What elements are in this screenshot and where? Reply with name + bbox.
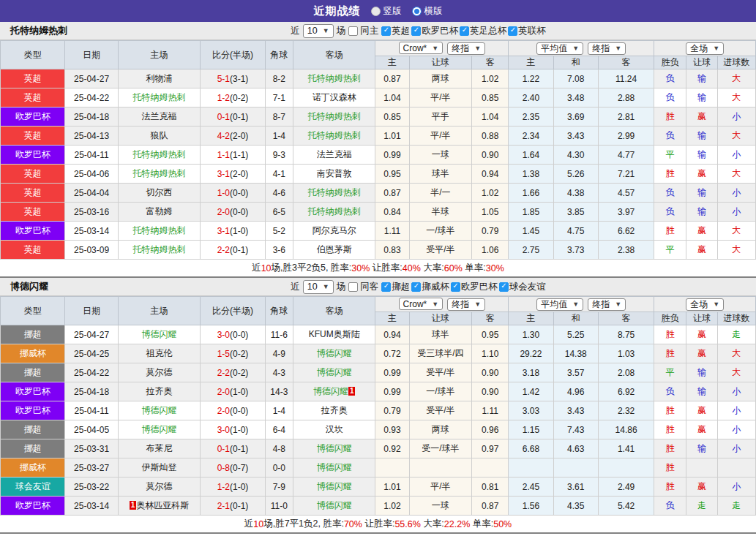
same-venue-checkbox[interactable]: 同客 <box>348 281 378 293</box>
result-outcome: 负 <box>654 497 686 516</box>
summary-segment: 40% <box>403 263 421 273</box>
away-team: 托特纳姆热刺 <box>308 73 361 83</box>
league-filter-checkbox[interactable]: 球会友谊 <box>499 281 546 293</box>
avg-away: 5.42 <box>598 497 654 516</box>
match-date: 25-03-14 <box>65 497 118 516</box>
match-row: 挪威杯 25-04-25 祖克伦 1-5(0-2) 4-9 博德闪耀 0.72 … <box>1 344 756 363</box>
half-time-score: (0-2) <box>230 349 248 359</box>
avg-draw: 5.25 <box>553 325 598 344</box>
league-filter-checkbox[interactable]: 欧罗巴杯 <box>411 25 458 37</box>
chevron-down-icon: ▼ <box>615 301 621 308</box>
matches-table: 类型 日期 主场 比分(半场) 角球 客场 Crow*▼终指▼ 平均值▼终指▼ … <box>0 296 756 516</box>
filter-bar: 近 10▼ 场 同客 挪超挪威杯欧罗巴杯球会友谊 <box>291 280 545 294</box>
league-filters: 英超欧罗巴杯英足总杯英联杯 <box>381 25 546 37</box>
league-filter-checkbox[interactable]: 挪威杯 <box>411 281 449 293</box>
games-count-select[interactable]: 10▼ <box>303 24 334 38</box>
odds-source-select[interactable]: Crow*▼ <box>399 42 444 54</box>
same-venue-label: 同主 <box>360 25 378 37</box>
full-time-score: 0-8 <box>217 463 230 473</box>
result-goals: 走 <box>717 497 755 516</box>
avg-away: 8.75 <box>598 325 654 344</box>
layout-radio-vertical[interactable]: 竖版 <box>371 5 402 18</box>
avg-group-header: 平均值▼终指▼ <box>509 297 654 312</box>
corner-score: 4-1 <box>265 165 293 184</box>
games-count-select[interactable]: 10▼ <box>303 280 334 294</box>
odds-source-value: Crow* <box>403 299 427 309</box>
home-team: 托特纳姆热刺 <box>133 244 186 254</box>
odds-final-select[interactable]: 终指▼ <box>447 42 485 55</box>
league-filter-checkbox[interactable]: 英足总杯 <box>460 25 506 37</box>
league-filter-checkbox[interactable]: 英联杯 <box>508 25 546 37</box>
odds-source-value: Crow* <box>403 43 427 53</box>
scope-group-header: 全场▼ <box>654 297 756 312</box>
league-filter-label: 欧罗巴杯 <box>422 25 458 37</box>
avg-select[interactable]: 平均值▼ <box>536 42 583 55</box>
odds-away: 1.11 <box>472 401 509 420</box>
subcol-header: 和 <box>553 312 598 325</box>
summary-segment: 22.2% <box>444 519 470 529</box>
full-time-score: 3-1 <box>217 226 230 236</box>
match-row: 挪超 25-03-31 布莱尼 0-1(0-1) 4-8 博德闪耀 0.92 受… <box>1 439 756 458</box>
home-team: 托特纳姆热刺 <box>133 92 186 102</box>
odds-source-select[interactable]: Crow*▼ <box>399 298 444 310</box>
corner-score: 4-8 <box>265 439 293 458</box>
league-badge: 英超 <box>1 165 65 184</box>
odds-handicap: 受平/半 <box>409 363 471 382</box>
avg-draw: 3.43 <box>553 401 598 420</box>
match-row: 挪超 25-04-22 莫尔德 2-2(0-2) 4-3 博德闪耀 0.99 受… <box>1 363 756 382</box>
full-time-score: 1-5 <box>217 349 230 359</box>
league-filter-checkbox[interactable]: 英超 <box>381 25 410 37</box>
odds-home: 0.99 <box>375 382 409 401</box>
layout-radio-horizontal[interactable]: 横版 <box>412 5 443 18</box>
home-team-cell: 法兰克福 <box>118 107 201 127</box>
league-filter-checkbox[interactable]: 挪超 <box>381 281 410 293</box>
chevron-down-icon: ▼ <box>572 301 579 308</box>
half-time-score: (0-2) <box>230 368 248 378</box>
match-row: 欧罗巴杯 25-04-18 法兰克福 0-1(0-1) 8-7 托特纳姆热刺 0… <box>1 107 756 127</box>
odds-home: 1.04 <box>375 88 409 107</box>
scope-select[interactable]: 全场▼ <box>686 42 724 55</box>
avg-select[interactable]: 平均值▼ <box>536 298 583 311</box>
scope-select[interactable]: 全场▼ <box>686 298 724 311</box>
corner-score: 6-5 <box>265 203 293 222</box>
games-count-value: 10 <box>307 282 318 292</box>
home-team-cell: 博德闪耀 <box>118 401 201 420</box>
match-date: 25-04-06 <box>65 165 118 184</box>
subcol-header: 主 <box>509 56 553 69</box>
result-handicap: 赢 <box>686 325 717 344</box>
home-team: 托特纳姆热刺 <box>133 149 186 159</box>
avg-home: 1.22 <box>509 69 553 88</box>
away-team-cell: 托特纳姆热刺 <box>293 69 375 88</box>
odds-handicap: 半球 <box>409 203 471 222</box>
avg-final-select[interactable]: 终指▼ <box>588 42 626 55</box>
avg-away: 1.41 <box>598 439 654 458</box>
away-team: 拉齐奥 <box>321 405 348 415</box>
half-time-score: (1-0) <box>230 226 248 236</box>
league-badge: 欧罗巴杯 <box>1 497 65 516</box>
result-goals: 走 <box>717 325 755 344</box>
match-row: 英超 25-04-13 狼队 4-2(2-0) 1-4 托特纳姆热刺 1.01 … <box>1 127 756 146</box>
summary-segment: 近 <box>252 262 261 274</box>
odds-home: 0.72 <box>375 344 409 363</box>
corner-score: 3-6 <box>265 241 293 260</box>
odds-home: 0.95 <box>375 165 409 184</box>
same-venue-checkbox[interactable]: 同主 <box>348 25 378 37</box>
league-filter-checkbox[interactable]: 欧罗巴杯 <box>451 281 498 293</box>
match-row: 球会友谊 25-03-22 莫尔德 1-2(1-0) 7-9 博德闪耀 1.01… <box>1 478 756 497</box>
away-team: 博德闪耀 <box>317 443 352 453</box>
odds-away: 0.81 <box>472 478 509 497</box>
league-filter-label: 英联杯 <box>518 25 546 37</box>
corner-score: 9-3 <box>265 146 293 165</box>
avg-value: 平均值 <box>541 298 567 311</box>
league-badge: 欧罗巴杯 <box>1 222 65 241</box>
result-handicap: 输 <box>686 363 717 382</box>
avg-final-select[interactable]: 终指▼ <box>588 298 626 311</box>
col-header-score: 比分(半场) <box>201 297 265 325</box>
avg-away <box>598 458 654 478</box>
odds-final-select[interactable]: 终指▼ <box>447 298 485 311</box>
home-team: 切尔西 <box>146 187 173 197</box>
away-team: 博德闪耀 <box>313 386 348 396</box>
away-team-cell: 博德闪耀 <box>293 497 375 516</box>
score-cell: 1-5(0-2) <box>201 344 265 363</box>
avg-away: 2.08 <box>598 363 654 382</box>
